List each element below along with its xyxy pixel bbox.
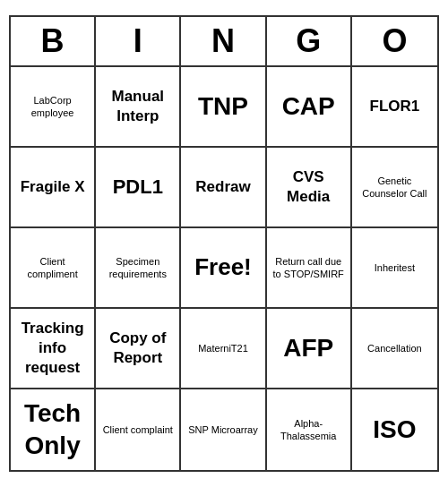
bingo-cell-19: Cancellation	[352, 309, 437, 389]
bingo-cell-4: FLOR1	[352, 67, 437, 148]
bingo-cell-17: MaterniT21	[181, 309, 266, 389]
header-letter-n: N	[181, 17, 266, 65]
header-letter-g: G	[267, 17, 352, 65]
bingo-cell-24: ISO	[352, 389, 437, 470]
bingo-cell-10: Client compliment	[11, 228, 96, 309]
header-letter-i: I	[96, 17, 181, 65]
bingo-cell-7: Redraw	[181, 148, 266, 228]
bingo-grid: LabCorp employeeManual InterpTNPCAPFLOR1…	[11, 67, 437, 470]
header-letter-b: B	[11, 17, 96, 65]
bingo-cell-14: Inheritest	[352, 228, 437, 309]
bingo-cell-21: Client complaint	[96, 389, 181, 470]
bingo-cell-3: CAP	[267, 67, 352, 148]
bingo-cell-15: Tracking info request	[11, 309, 96, 389]
bingo-cell-9: Genetic Counselor Call	[352, 148, 437, 228]
bingo-cell-1: Manual Interp	[96, 67, 181, 148]
bingo-cell-20: Tech Only	[11, 389, 96, 470]
bingo-cell-13: Return call due to STOP/SMIRF	[267, 228, 352, 309]
bingo-cell-18: AFP	[267, 309, 352, 389]
bingo-cell-23: Alpha-Thalassemia	[267, 389, 352, 470]
bingo-cell-8: CVS Media	[267, 148, 352, 228]
bingo-card: BINGO LabCorp employeeManual InterpTNPCA…	[9, 15, 439, 472]
bingo-cell-5: Fragile X	[11, 148, 96, 228]
bingo-cell-2: TNP	[181, 67, 266, 148]
bingo-cell-0: LabCorp employee	[11, 67, 96, 148]
bingo-cell-16: Copy of Report	[96, 309, 181, 389]
bingo-header: BINGO	[11, 17, 437, 67]
bingo-cell-12: Free!	[181, 228, 266, 309]
header-letter-o: O	[352, 17, 437, 65]
bingo-cell-22: SNP Microarray	[181, 389, 266, 470]
bingo-cell-11: Specimen requirements	[96, 228, 181, 309]
bingo-cell-6: PDL1	[96, 148, 181, 228]
